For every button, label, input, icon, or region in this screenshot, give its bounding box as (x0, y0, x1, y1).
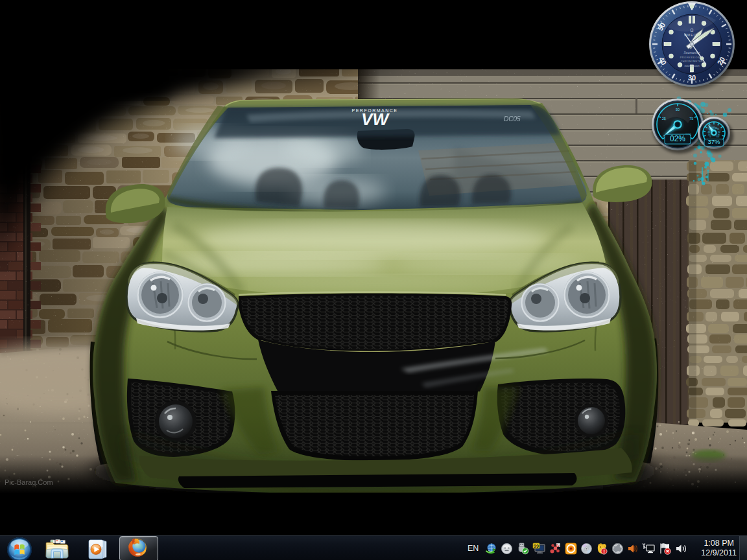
svg-text:300m/1000ft: 300m/1000ft (684, 64, 700, 67)
svg-text:DC05: DC05 (504, 115, 521, 122)
svg-text:37%: 37% (707, 138, 720, 145)
svg-text:02%: 02% (670, 134, 685, 143)
svg-text:99: 99 (534, 543, 539, 548)
svg-text:20: 20 (707, 131, 710, 134)
svg-text:30: 30 (688, 74, 696, 82)
svg-text:CHRONOMETER: CHRONOMETER (681, 60, 704, 63)
svg-text:VW: VW (361, 110, 390, 129)
svg-text:100: 100 (716, 135, 719, 138)
svg-text:10: 10 (708, 134, 711, 136)
svg-text:Pic-Baraq.Com: Pic-Baraq.Com (5, 478, 53, 486)
